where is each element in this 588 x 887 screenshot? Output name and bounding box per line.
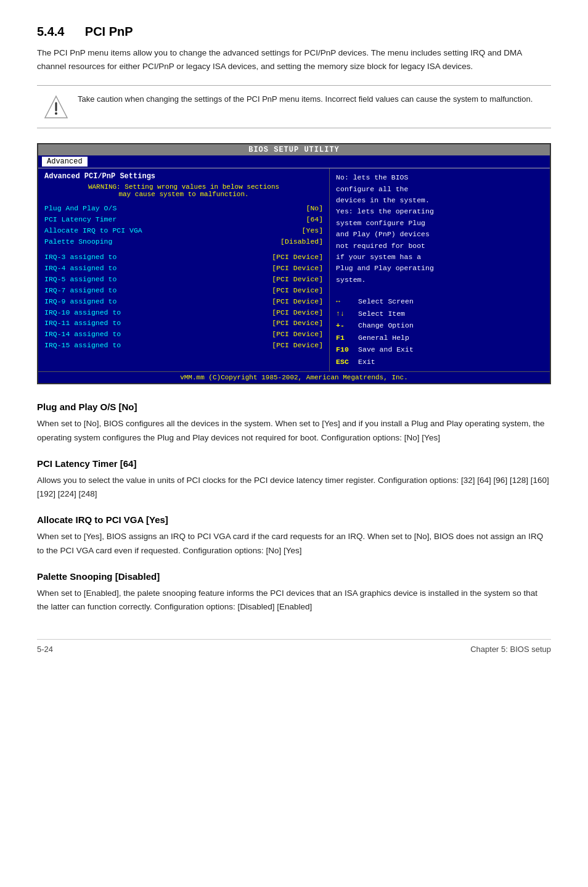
bios-setting-row: PCI Latency Timer[64] (44, 214, 323, 225)
bios-keys: ↔Select Screen↑↓Select Item+-Change Opti… (336, 295, 544, 368)
bios-setting-row: Plug And Play O/S[No] (44, 203, 323, 214)
bios-setting-value: [Yes] (302, 225, 324, 236)
bios-irq-label: IRQ-5 assigned to (44, 274, 116, 285)
bios-section-label: Advanced PCI/PnP Settings (44, 172, 323, 181)
section-name: PCI PnP (85, 25, 133, 38)
bios-irq-list: IRQ-3 assigned to[PCI Device]IRQ-4 assig… (44, 252, 323, 350)
bios-irq-label: IRQ-3 assigned to (44, 252, 116, 263)
bios-irq-label: IRQ-9 assigned to (44, 296, 116, 307)
bios-irq-row: IRQ-10 assigned to[PCI Device] (44, 307, 323, 318)
warning-icon (43, 94, 69, 120)
bios-right-text-line: if your system has a (336, 252, 544, 263)
section-number: 5.4.4 (37, 25, 64, 38)
content-heading: Palette Snooping [Disabled] (37, 571, 551, 582)
bios-irq-label: IRQ-10 assigned to (44, 307, 121, 318)
content-heading: Allocate IRQ to PCI VGA [Yes] (37, 514, 551, 525)
bios-irq-value: [PCI Device] (272, 296, 323, 307)
bios-right-text-line: system configure Plug (336, 218, 544, 229)
bios-irq-label: IRQ-15 assigned to (44, 340, 121, 351)
bios-key: ↑↓ (336, 308, 353, 320)
bios-settings-list: Plug And Play O/S[No]PCI Latency Timer[6… (44, 203, 323, 247)
bios-key-desc: Change Option (358, 320, 414, 332)
content-section: Allocate IRQ to PCI VGA [Yes]When set to… (37, 514, 551, 558)
bios-right-panel: No: lets the BIOSconfigure all thedevice… (330, 168, 550, 371)
content-section: Palette Snooping [Disabled]When set to [… (37, 571, 551, 614)
bios-key: ESC (336, 356, 353, 368)
bios-key-row: ↔Select Screen (336, 295, 544, 308)
bios-footer: vMM.mm (C)Copyright 1985-2002, American … (38, 371, 550, 383)
bios-right-text-line: Plug and Play operating (336, 263, 544, 274)
bios-right-text: No: lets the BIOSconfigure all thedevice… (336, 172, 544, 286)
bios-key: +- (336, 320, 353, 332)
intro-paragraph: The PCI PnP menu items allow you to chan… (37, 46, 551, 73)
content-heading: PCI Latency Timer [64] (37, 458, 551, 469)
bios-setting-value: [Disabled] (280, 236, 323, 247)
bios-irq-label: IRQ-11 assigned to (44, 318, 121, 329)
content-section: Plug and Play O/S [No]When set to [No], … (37, 402, 551, 445)
bios-left-panel: Advanced PCI/PnP Settings WARNING: Setti… (38, 168, 330, 371)
bios-title-bar: BIOS SETUP UTILITY (38, 144, 550, 155)
content-body: When set to [Yes], BIOS assigns an IRQ t… (37, 530, 551, 558)
bios-irq-label: IRQ-7 assigned to (44, 285, 116, 296)
content-sections: Plug and Play O/S [No]When set to [No], … (37, 402, 551, 614)
bios-right-text-line: No: lets the BIOS (336, 172, 544, 183)
bios-setting-label: Palette Snooping (44, 236, 112, 247)
bios-setting-label: Allocate IRQ to PCI VGA (44, 225, 142, 236)
page-footer: 5-24 Chapter 5: BIOS setup (37, 639, 551, 654)
bios-nav-advanced: Advanced (42, 157, 88, 167)
bios-irq-value: [PCI Device] (272, 274, 323, 285)
bios-key: F1 (336, 332, 353, 344)
bios-irq-row: IRQ-11 assigned to[PCI Device] (44, 318, 323, 329)
bios-key-row: +-Change Option (336, 320, 544, 332)
bios-irq-row: IRQ-14 assigned to[PCI Device] (44, 329, 323, 340)
bios-irq-row: IRQ-3 assigned to[PCI Device] (44, 252, 323, 263)
bios-key-row: ESCExit (336, 356, 544, 368)
bios-setting-row: Palette Snooping[Disabled] (44, 236, 323, 247)
bios-setting-row: Allocate IRQ to PCI VGA[Yes] (44, 225, 323, 236)
bios-key-row: F10Save and Exit (336, 344, 544, 356)
warning-box: Take caution when changing the settings … (37, 85, 551, 128)
bios-right-text-line: and Play (PnP) devices (336, 229, 544, 240)
bios-irq-value: [PCI Device] (272, 318, 323, 329)
content-body: When set to [No], BIOS configures all th… (37, 417, 551, 445)
bios-irq-row: IRQ-5 assigned to[PCI Device] (44, 274, 323, 285)
bios-key-desc: Exit (358, 356, 375, 368)
bios-irq-label: IRQ-4 assigned to (44, 263, 116, 274)
bios-right-text-line: configure all the (336, 184, 544, 195)
bios-nav-bar: Advanced (38, 155, 550, 168)
bios-key-row: ↑↓Select Item (336, 308, 544, 320)
bios-right-text-line: system. (336, 274, 544, 286)
bios-right-text-line: Yes: lets the operating (336, 206, 544, 217)
bios-irq-value: [PCI Device] (272, 329, 323, 340)
bios-key-desc: Save and Exit (358, 344, 414, 356)
bios-key-desc: Select Item (358, 308, 405, 320)
bios-setting-label: PCI Latency Timer (44, 214, 116, 225)
bios-key-desc: General Help (358, 332, 409, 344)
bios-setting-label: Plug And Play O/S (44, 203, 116, 214)
content-heading: Plug and Play O/S [No] (37, 402, 551, 412)
footer-left: 5-24 (37, 645, 53, 654)
bios-warning: WARNING: Setting wrong values in below s… (44, 183, 323, 198)
footer-right: Chapter 5: BIOS setup (470, 645, 551, 654)
bios-setting-value: [64] (306, 214, 323, 225)
content-section: PCI Latency Timer [64]Allows you to sele… (37, 458, 551, 501)
bios-irq-row: IRQ-9 assigned to[PCI Device] (44, 296, 323, 307)
bios-right-text-line: not required for boot (336, 241, 544, 252)
bios-key: ↔ (336, 295, 353, 308)
bios-key-desc: Select Screen (358, 295, 414, 308)
content-body: Allows you to select the value in units … (37, 474, 551, 501)
bios-irq-label: IRQ-14 assigned to (44, 329, 121, 340)
bios-irq-value: [PCI Device] (272, 340, 323, 351)
bios-content: Advanced PCI/PnP Settings WARNING: Setti… (38, 168, 550, 371)
content-body: When set to [Enabled], the palete snoopi… (37, 587, 551, 614)
bios-irq-value: [PCI Device] (272, 252, 323, 263)
bios-irq-value: [PCI Device] (272, 285, 323, 296)
warning-text: Take caution when changing the settings … (78, 93, 533, 106)
bios-key: F10 (336, 344, 353, 356)
bios-right-text-line: devices in the system. (336, 195, 544, 206)
svg-point-2 (55, 112, 57, 115)
bios-key-row: F1General Help (336, 332, 544, 344)
bios-irq-value: [PCI Device] (272, 307, 323, 318)
bios-screen: BIOS SETUP UTILITY Advanced Advanced PCI… (37, 143, 551, 384)
bios-irq-value: [PCI Device] (272, 263, 323, 274)
